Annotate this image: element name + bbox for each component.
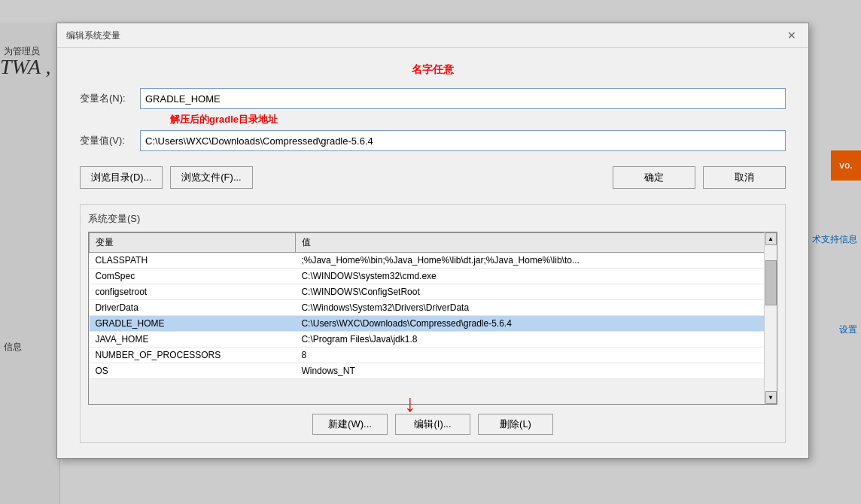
table-row[interactable]: DriverData C:\Windows\System32\Drivers\D… [90, 300, 777, 316]
new-button[interactable]: 新建(W)... [312, 414, 388, 435]
table-cell-val: C:\WINDOWS\ConfigSetRoot [295, 284, 776, 300]
table-row[interactable]: ComSpec C:\WINDOWS\system32\cmd.exe [90, 269, 777, 284]
sys-vars-label: 系统变量(S) [88, 212, 777, 226]
table-cell-val: C:\WINDOWS\system32\cmd.exe [295, 269, 776, 284]
cancel-button[interactable]: 取消 [703, 166, 786, 189]
table-row[interactable]: JAVA_HOME C:\Program Files\Java\jdk1.8 [90, 332, 777, 348]
table-cell-var: OS [90, 363, 296, 379]
table-cell-var: NUMBER_OF_PROCESSORS [90, 348, 296, 363]
delete-button[interactable]: 删除(L) [478, 414, 553, 435]
table-cell-val: ;%Java_Home%\bin;%Java_Home%\lib\dt.jar;… [295, 253, 776, 269]
table-cell-var: DriverData [90, 300, 296, 316]
scrollbar-down-button[interactable]: ▼ [765, 391, 777, 404]
table-cell-val: C:\Users\WXC\Downloads\Compressed\gradle… [295, 316, 776, 332]
table-cell-val: C:\Windows\System32\Drivers\DriverData [295, 300, 776, 316]
var-name-label: 变量名(N): [80, 92, 140, 105]
browse-dir-button[interactable]: 浏览目录(D)... [80, 166, 163, 189]
table-row[interactable]: NUMBER_OF_PROCESSORS 8 [90, 348, 777, 363]
red-arrow-icon: ↓ [404, 390, 416, 417]
col-header-val: 值 [295, 233, 776, 253]
sys-table-wrapper: 变量 值 CLASSPATH ;%Java_Home%\bin;%Java_Ho… [88, 232, 777, 405]
var-value-row: 变量值(V): [80, 130, 786, 151]
edit-system-variable-dialog: 编辑系统变量 ✕ 名字任意 变量名(N): 解压后的gradle目录地址 变量值… [56, 23, 809, 459]
var-value-input[interactable] [140, 130, 786, 151]
dialog-title: 编辑系统变量 [66, 29, 120, 42]
scrollbar-thumb[interactable] [765, 260, 777, 305]
table-cell-var: configsetroot [90, 284, 296, 300]
var-name-input[interactable] [140, 88, 786, 109]
annotation-subtitle: 解压后的gradle目录地址 [170, 113, 786, 126]
table-row[interactable]: configsetroot C:\WINDOWS\ConfigSetRoot [90, 284, 777, 300]
dialog-body: 名字任意 变量名(N): 解压后的gradle目录地址 变量值(V): 浏览目录… [57, 48, 808, 458]
table-cell-var: GRADLE_HOME [90, 316, 296, 332]
ok-button[interactable]: 确定 [613, 166, 695, 189]
var-name-row: 变量名(N): [80, 88, 786, 109]
table-cell-var: CLASSPATH [90, 253, 296, 269]
table-row[interactable]: OS Windows_NT [90, 363, 777, 379]
table-cell-val: 8 [295, 348, 776, 363]
scrollbar-up-button[interactable]: ▲ [765, 232, 777, 245]
sys-vars-table: 变量 值 CLASSPATH ;%Java_Home%\bin;%Java_Ho… [89, 232, 777, 379]
col-header-var: 变量 [90, 233, 296, 253]
table-cell-val: C:\Program Files\Java\jdk1.8 [295, 332, 776, 348]
browse-file-button[interactable]: 浏览文件(F)... [170, 166, 253, 189]
scrollbar[interactable]: ▲ ▼ [764, 232, 777, 404]
dialog-close-button[interactable]: ✕ [784, 28, 799, 43]
sys-bottom-buttons: 新建(W)... 编辑(I)... 删除(L) [88, 414, 777, 435]
table-cell-val: Windows_NT [295, 363, 776, 379]
annotation-title: 名字任意 [80, 63, 786, 77]
browse-buttons: 浏览目录(D)... 浏览文件(F)... [80, 166, 253, 189]
table-row[interactable]: CLASSPATH ;%Java_Home%\bin;%Java_Home%\l… [90, 253, 777, 269]
dialog-main-buttons: 浏览目录(D)... 浏览文件(F)... 确定 取消 [80, 166, 786, 189]
dialog-titlebar: 编辑系统变量 ✕ [57, 23, 808, 48]
table-cell-var: ComSpec [90, 269, 296, 284]
table-cell-var: JAVA_HOME [90, 332, 296, 348]
system-variables-section: 系统变量(S) 变量 值 CLASSPATH ;%Java_Home%\bin;… [80, 204, 786, 443]
var-value-label: 变量值(V): [80, 134, 140, 147]
confirm-buttons: 确定 取消 [613, 166, 786, 189]
table-row[interactable]: GRADLE_HOME C:\Users\WXC\Downloads\Compr… [90, 316, 777, 332]
